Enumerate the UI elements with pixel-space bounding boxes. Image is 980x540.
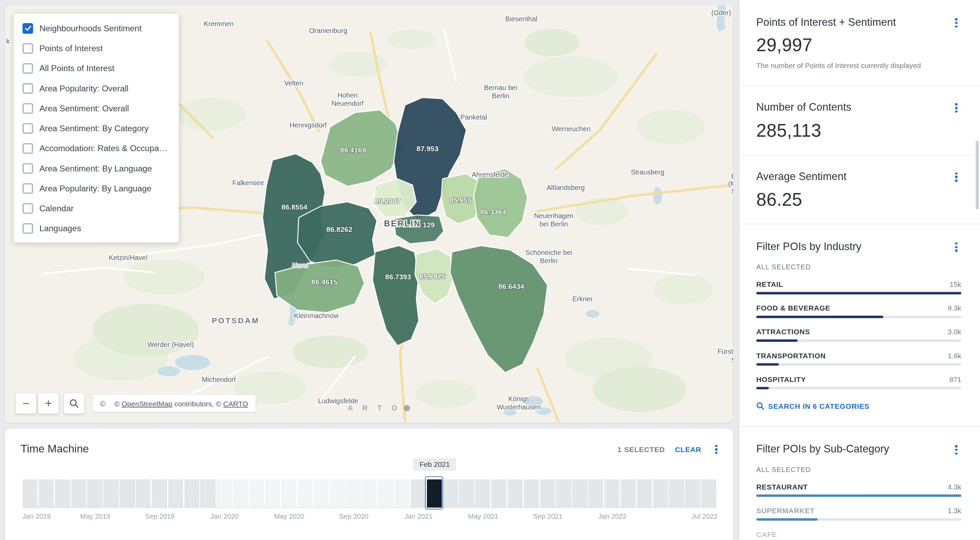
timeline-bar[interactable]	[378, 479, 393, 508]
timeline-bar[interactable]	[200, 479, 215, 508]
openstreetmap-link[interactable]: OpenStreetMap	[122, 400, 172, 408]
timeline-bar[interactable]	[265, 479, 280, 508]
layer-toggle-item[interactable]: Area Popularity: By Language	[14, 178, 179, 198]
timeline-bar[interactable]	[556, 479, 571, 508]
zoom-in-button[interactable]: +	[38, 393, 59, 414]
timeline-bar[interactable]	[459, 479, 474, 508]
sidebar-scrollbar[interactable]	[975, 140, 978, 209]
timeline-bar[interactable]	[152, 479, 167, 508]
timeline-bar[interactable]	[637, 479, 652, 508]
timeline-bar[interactable]	[184, 479, 199, 508]
search-in-categories-button[interactable]: SEARCH IN 6 CATEGORIES	[756, 402, 961, 410]
widget-options-icon[interactable]	[711, 443, 721, 456]
category-row[interactable]: ATTRACTIONS3.0k	[756, 328, 961, 342]
widget-options-icon[interactable]	[951, 101, 961, 114]
timeline-bar[interactable]	[136, 479, 151, 508]
timeline-bar[interactable]	[362, 479, 377, 508]
layer-checkbox[interactable]	[23, 103, 33, 113]
timeline-axis-label: Jan 2021	[404, 513, 433, 520]
category-row[interactable]: FOOD & BEVERAGE9.3k	[756, 304, 961, 318]
widget-options-icon[interactable]	[951, 170, 961, 183]
district-sentiment-value: 85.955	[450, 196, 472, 204]
zoom-out-button[interactable]: −	[16, 393, 36, 414]
widget-options-icon[interactable]	[951, 443, 961, 456]
timeline-bar[interactable]	[685, 479, 700, 508]
timeline-bar[interactable]	[103, 479, 119, 508]
timeline-bar[interactable]	[55, 479, 70, 508]
layer-toggle-item[interactable]: Accomodation: Rates & Occupa…	[14, 138, 179, 158]
timeline-bar[interactable]	[669, 479, 684, 508]
timeline-bar[interactable]	[653, 479, 668, 508]
timeline-bar[interactable]	[604, 479, 619, 508]
layer-toggle-item[interactable]: Points of Interest	[14, 38, 179, 58]
timeline-bar[interactable]	[168, 479, 183, 508]
timeline-selection[interactable]	[425, 476, 443, 510]
map-search-button[interactable]	[64, 393, 84, 414]
timeline-bar[interactable]	[395, 479, 409, 508]
timeline-bar[interactable]	[572, 479, 587, 508]
category-row[interactable]: RESTAURANT4.3k	[756, 483, 961, 497]
widget-options-icon[interactable]	[951, 16, 961, 29]
district-polygon[interactable]	[298, 202, 377, 268]
layer-checkbox[interactable]	[23, 143, 33, 153]
layer-toggle-item[interactable]: Area Sentiment: Overall	[14, 98, 179, 118]
timeline-bars: Feb 2021	[23, 478, 718, 508]
layer-checkbox[interactable]	[23, 203, 33, 213]
layer-checkbox[interactable]	[23, 223, 33, 234]
timeline-bar[interactable]	[539, 479, 555, 508]
timeline-bar[interactable]	[232, 479, 248, 508]
timeline-bar[interactable]	[281, 479, 296, 508]
layer-checkbox[interactable]	[23, 63, 33, 73]
layer-toggle-item[interactable]: Languages	[14, 218, 179, 238]
layer-checkbox[interactable]	[23, 23, 33, 33]
timeline-bar[interactable]	[71, 479, 86, 508]
timeline-bar[interactable]	[330, 479, 345, 508]
category-row[interactable]: HOSPITALITY871	[756, 376, 961, 390]
timeline-chart[interactable]: Feb 2021	[23, 478, 718, 508]
map-place-label: Ketzin/Havel	[109, 254, 147, 261]
timeline-bar[interactable]	[249, 479, 264, 508]
layer-checkbox[interactable]	[23, 123, 33, 134]
timeline-bar[interactable]	[313, 479, 329, 508]
copyright-icon[interactable]: ©	[100, 399, 105, 408]
category-row[interactable]: CAFE	[756, 531, 961, 540]
layer-toggle-item[interactable]: Neighbourhoods Sentiment	[14, 18, 179, 38]
timeline-bar[interactable]	[523, 479, 539, 508]
map-canvas[interactable]: 86.416987.95386.855485.200785.95586.3364…	[5, 5, 733, 422]
widget-average-sentiment: Average Sentiment 86.25	[740, 155, 980, 224]
map-place-label: Berlin	[540, 257, 557, 264]
timeline-bar[interactable]	[346, 479, 361, 508]
timeline-axis-label: Sep 2019	[145, 513, 175, 520]
timeline-bar[interactable]	[475, 479, 490, 508]
category-row[interactable]: TRANSPORTATION1.6k	[756, 352, 961, 365]
layer-checkbox[interactable]	[23, 83, 33, 94]
layer-toggle-item[interactable]: Area Sentiment: By Category	[14, 118, 179, 138]
layer-checkbox[interactable]	[23, 43, 33, 54]
timeline-bar[interactable]	[443, 479, 458, 508]
timeline-bar[interactable]	[297, 479, 312, 508]
timeline-bar[interactable]	[621, 479, 636, 508]
layer-toggle-item[interactable]: Area Sentiment: By Language	[14, 158, 179, 178]
timeline-bar[interactable]	[410, 479, 426, 508]
timeline-bar[interactable]	[87, 479, 102, 508]
timeline-bar[interactable]	[216, 479, 232, 508]
clear-selection-button[interactable]: CLEAR	[675, 445, 702, 453]
timeline-bar[interactable]	[508, 479, 522, 508]
widget-options-icon[interactable]	[951, 241, 961, 253]
category-row[interactable]: RETAIL15k	[756, 280, 961, 295]
carto-link[interactable]: CARTO	[223, 400, 248, 408]
widget-number-of-contents: Number of Contents 285,113	[740, 86, 980, 156]
timeline-bar[interactable]	[702, 479, 716, 508]
category-row[interactable]: SUPERMARKET1.3k	[756, 507, 961, 521]
timeline-bar[interactable]	[119, 479, 135, 508]
layer-toggle-item[interactable]: Calendar	[14, 198, 179, 218]
layer-toggle-item[interactable]: All Points of Interest	[14, 58, 179, 78]
layer-checkbox[interactable]	[23, 163, 33, 174]
timeline-bar[interactable]	[588, 479, 603, 508]
layer-checkbox[interactable]	[23, 183, 33, 193]
layer-toggle-item[interactable]: Area Popularity: Overall	[14, 78, 179, 98]
timeline-bar[interactable]	[491, 479, 506, 508]
timeline-bar[interactable]	[39, 479, 54, 508]
timeline-bar[interactable]	[23, 479, 38, 508]
category-label: FOOD & BEVERAGE	[756, 304, 830, 312]
